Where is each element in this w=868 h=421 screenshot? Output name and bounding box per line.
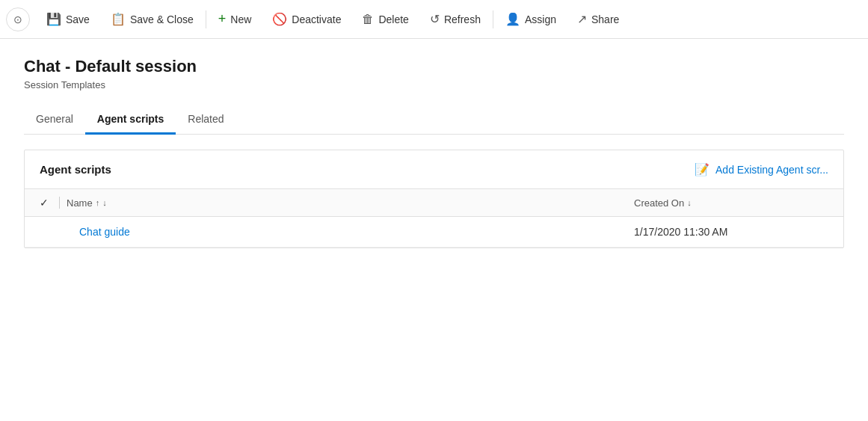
tab-related[interactable]: Related [176, 105, 236, 135]
row-name-link[interactable]: Chat guide [79, 226, 634, 238]
refresh-label: Refresh [444, 13, 481, 25]
save-close-icon: 📋 [111, 12, 126, 26]
deactivate-label: Deactivate [292, 13, 341, 25]
toolbar: ⊙ 💾 Save 📋 Save & Close + New 🚫 Deactiva… [0, 0, 868, 39]
tabs: General Agent scripts Related [24, 105, 844, 135]
save-button[interactable]: 💾 Save [36, 6, 100, 33]
agent-scripts-section: Agent scripts 📝 Add Existing Agent scr..… [24, 150, 844, 248]
assign-icon: 👤 [505, 12, 520, 26]
col-created-sort-icon: ↓ [687, 198, 692, 207]
sort-desc-icon: ↓ [102, 198, 107, 207]
main-content: Chat - Default session Session Templates… [0, 39, 868, 266]
save-close-button[interactable]: 📋 Save & Close [100, 6, 204, 33]
col-separator [59, 197, 60, 209]
add-existing-label: Add Existing Agent scr... [715, 164, 828, 176]
delete-button[interactable]: 🗑 Delete [351, 6, 419, 33]
delete-icon: 🗑 [362, 13, 374, 26]
separator-2 [493, 10, 493, 28]
save-label: Save [66, 13, 90, 25]
deactivate-button[interactable]: 🚫 Deactivate [262, 6, 351, 33]
page-title: Chat - Default session [24, 57, 844, 76]
add-existing-icon: 📝 [695, 162, 710, 176]
share-button[interactable]: ↗ Share [567, 6, 630, 33]
row-separator [73, 226, 73, 238]
col-created-label: Created On [634, 197, 684, 209]
new-icon: + [218, 11, 227, 27]
deactivate-icon: 🚫 [272, 12, 287, 26]
new-button[interactable]: + New [208, 6, 262, 33]
section-header: Agent scripts 📝 Add Existing Agent scr..… [25, 150, 843, 189]
col-name-header[interactable]: Name ↑ ↓ [67, 197, 634, 209]
col-check-header: ✓ [40, 197, 67, 209]
checkmark-icon: ✓ [40, 197, 49, 209]
add-existing-button[interactable]: 📝 Add Existing Agent scr... [695, 162, 828, 176]
back-button[interactable]: ⊙ [6, 7, 30, 31]
refresh-icon: ↺ [430, 12, 440, 26]
back-icon: ⊙ [13, 13, 22, 25]
assign-button[interactable]: 👤 Assign [495, 6, 567, 33]
save-icon: 💾 [46, 12, 61, 26]
row-created-date: 1/17/2020 11:30 AM [634, 226, 828, 238]
refresh-button[interactable]: ↺ Refresh [419, 6, 491, 33]
tab-general[interactable]: General [24, 105, 85, 135]
section-title: Agent scripts [40, 163, 111, 176]
new-label: New [230, 13, 251, 25]
col-name-label: Name [67, 197, 93, 209]
assign-label: Assign [525, 13, 556, 25]
page-subtitle: Session Templates [24, 79, 844, 90]
col-created-header[interactable]: Created On ↓ [634, 197, 828, 209]
share-icon: ↗ [577, 12, 587, 26]
tab-agent-scripts[interactable]: Agent scripts [85, 105, 176, 135]
table-header: ✓ Name ↑ ↓ Created On ↓ [25, 189, 843, 217]
share-label: Share [591, 13, 619, 25]
separator-1 [206, 10, 206, 28]
table-row: Chat guide 1/17/2020 11:30 AM [25, 217, 843, 248]
save-close-label: Save & Close [130, 13, 194, 25]
delete-label: Delete [378, 13, 408, 25]
sort-asc-icon: ↑ [96, 198, 100, 207]
